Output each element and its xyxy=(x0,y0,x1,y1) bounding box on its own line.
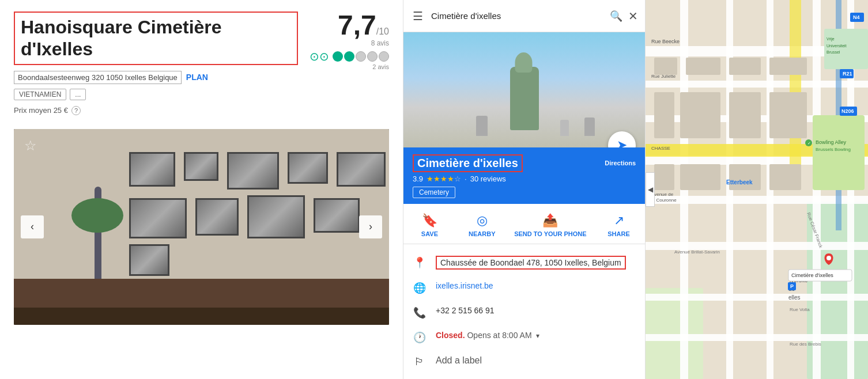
svg-text:Rue Beecke: Rue Beecke xyxy=(651,39,680,44)
svg-rect-7 xyxy=(646,196,868,204)
tombstone-1 xyxy=(476,116,488,136)
svg-text:N206: N206 xyxy=(841,108,854,114)
website-link[interactable]: ixelles.irisnet.be xyxy=(436,281,493,290)
photo-frame-10 xyxy=(129,244,169,276)
svg-rect-2 xyxy=(646,288,703,379)
directions-label: Directions xyxy=(605,159,636,168)
svg-text:Rue des Brebis: Rue des Brebis xyxy=(790,342,821,347)
save-action-button[interactable]: 🔖 SAVE xyxy=(409,213,450,238)
stars-icon: ★★★★☆ xyxy=(427,175,461,183)
svg-text:Universiteit: Universiteit xyxy=(827,44,847,48)
gmaps-header: ☰ 🔍 ✕ xyxy=(403,0,645,32)
collapse-panel-button[interactable]: ◀ xyxy=(646,172,655,207)
location-pin-icon: 📍 xyxy=(413,256,427,269)
table-base xyxy=(14,308,389,325)
restaurant-image: ☆ ‹ › xyxy=(14,129,389,325)
share-action-button[interactable]: ↗ SHARE xyxy=(599,213,639,238)
gmaps-panel: ☰ 🔍 ✕ ➤ Cimetière d'ixelles 3.9 ★★★★☆ xyxy=(403,0,646,379)
svg-rect-29 xyxy=(680,92,720,138)
nearby-label: NEARBY xyxy=(469,230,495,238)
rating-max: /10 xyxy=(376,26,389,36)
hours-detail-row: 🕐 Closed. Opens at 8:00 AM ▾ xyxy=(403,325,645,350)
favorite-button[interactable]: ☆ xyxy=(22,137,39,154)
svg-rect-28 xyxy=(654,92,674,138)
photo-frame-6 xyxy=(129,198,187,238)
restaurant-title: Hanoisquare Cimetière d'Ixelles xyxy=(14,12,298,65)
suggest-edit-link[interactable]: SUGGEST AN EDIT xyxy=(413,375,504,379)
more-tag[interactable]: ... xyxy=(70,89,86,100)
gmaps-search-input[interactable] xyxy=(431,11,604,21)
phone-number: +32 2 515 66 91 xyxy=(436,306,495,315)
svg-rect-17 xyxy=(790,0,801,173)
gmaps-place-name: Cimetière d'ixelles xyxy=(413,154,523,172)
collapse-icon: ◀ xyxy=(648,185,653,194)
gmaps-review-count: 30 reviews xyxy=(470,175,506,183)
place-type-badge[interactable]: Cemetery xyxy=(413,187,455,198)
nearby-icon: ◎ xyxy=(477,213,488,228)
globe-icon: 🌐 xyxy=(413,282,427,294)
save-icon: 🔖 xyxy=(422,213,437,228)
cuisine-tag[interactable]: VIETNAMIEN xyxy=(14,89,66,100)
svg-text:✓: ✓ xyxy=(807,141,811,145)
svg-text:P: P xyxy=(790,283,794,289)
price-help-icon[interactable]: ? xyxy=(71,106,81,115)
svg-rect-4 xyxy=(646,81,868,88)
svg-point-56 xyxy=(827,256,831,260)
website-detail-row: 🌐 ixelles.irisnet.be xyxy=(403,275,645,300)
svg-text:R21: R21 xyxy=(843,71,852,77)
phone-detail-row: 📞 +32 2 515 66 91 xyxy=(403,300,645,325)
svg-text:Cimetière d'ixelles: Cimetière d'ixelles xyxy=(791,272,833,278)
flag-icon: 🏳 xyxy=(413,356,427,368)
map-view[interactable]: Rue Beecke CHASSE Rue Juliette Avenue de… xyxy=(646,0,868,379)
photo-frame-5 xyxy=(337,152,386,187)
svg-text:N4: N4 xyxy=(853,14,860,20)
rating-count: 8 avis xyxy=(310,39,389,47)
statue xyxy=(510,67,539,130)
address-detail-row: 📍 Chaussée de Boondael 478, 1050 Ixelles… xyxy=(403,250,645,275)
svg-text:Etterbeek: Etterbeek xyxy=(726,179,753,185)
gmaps-place-info: Cimetière d'ixelles 3.9 ★★★★☆ · 30 revie… xyxy=(403,147,645,204)
send-phone-action-button[interactable]: 📤 SEND TO YOUR PHONE xyxy=(514,213,587,238)
phone-icon: 📞 xyxy=(413,306,427,319)
svg-rect-10 xyxy=(646,334,868,341)
restaurant-address: Boondaalsesteenweg 320 1050 Ixelles Belg… xyxy=(14,71,182,84)
svg-rect-33 xyxy=(680,164,720,190)
svg-rect-32 xyxy=(654,164,674,190)
send-phone-label: SEND TO YOUR PHONE xyxy=(514,230,587,238)
svg-rect-26 xyxy=(729,58,761,75)
tombstone-2 xyxy=(560,120,569,136)
tripadvisor-rating xyxy=(333,51,389,62)
svg-text:Brussels Bowling: Brussels Bowling xyxy=(816,147,851,152)
svg-text:Avenue Brillat-Savarin: Avenue Brillat-Savarin xyxy=(674,249,720,255)
left-panel: Hanoisquare Cimetière d'Ixelles Boondaal… xyxy=(0,0,403,379)
svg-text:Vrije: Vrije xyxy=(827,37,835,41)
hamburger-icon[interactable]: ☰ xyxy=(410,7,425,25)
prev-image-button[interactable]: ‹ xyxy=(21,215,44,238)
save-label: SAVE xyxy=(421,230,438,238)
photo-frame-9 xyxy=(314,198,360,233)
nearby-action-button[interactable]: ◎ NEARBY xyxy=(462,213,502,238)
svg-rect-35 xyxy=(769,164,801,190)
directions-arrow-icon: ➤ xyxy=(617,138,627,147)
add-label[interactable]: Add a label xyxy=(436,355,482,366)
svg-rect-37 xyxy=(813,115,865,190)
tombstone-3 xyxy=(584,118,595,136)
plant-leaves xyxy=(71,198,123,233)
hours-chevron-icon[interactable]: ▾ xyxy=(536,332,539,340)
photo-frame-3 xyxy=(227,152,279,190)
svg-rect-25 xyxy=(686,58,720,75)
photo-frame-8 xyxy=(247,195,305,238)
send-phone-icon: 📤 xyxy=(542,213,558,228)
gmaps-close-icon[interactable]: ✕ xyxy=(628,9,638,23)
plan-link[interactable]: PLAN xyxy=(186,73,208,82)
svg-text:elles: elles xyxy=(788,294,801,301)
svg-rect-30 xyxy=(729,92,761,138)
price-label: Prix moyen 25 € xyxy=(14,106,68,115)
gmaps-search-icon[interactable]: 🔍 xyxy=(610,10,622,22)
gmaps-action-row: 🔖 SAVE ◎ NEARBY 📤 SEND TO YOUR PHONE ↗ S… xyxy=(403,204,645,244)
svg-rect-51 xyxy=(824,29,868,69)
svg-text:Bowling Alley: Bowling Alley xyxy=(816,139,847,145)
next-image-button[interactable]: › xyxy=(359,215,382,238)
statue-head xyxy=(515,52,532,73)
photo-frame-4 xyxy=(288,152,328,184)
